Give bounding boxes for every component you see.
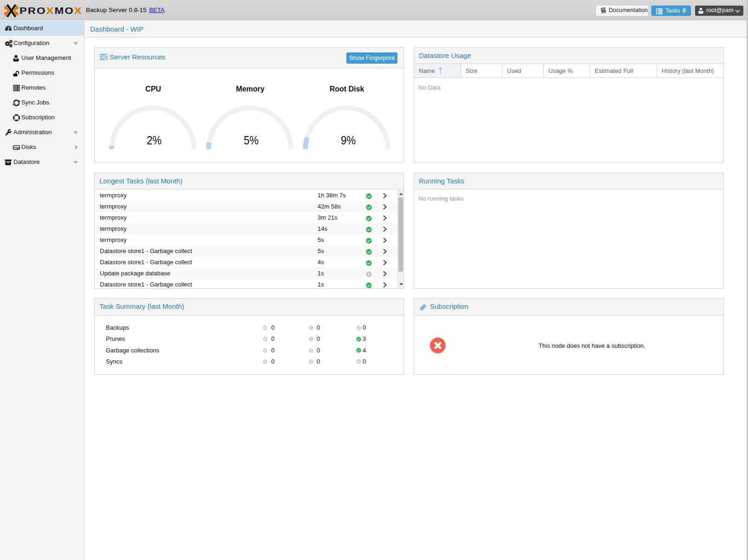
svg-text:?: ? [368,272,370,277]
